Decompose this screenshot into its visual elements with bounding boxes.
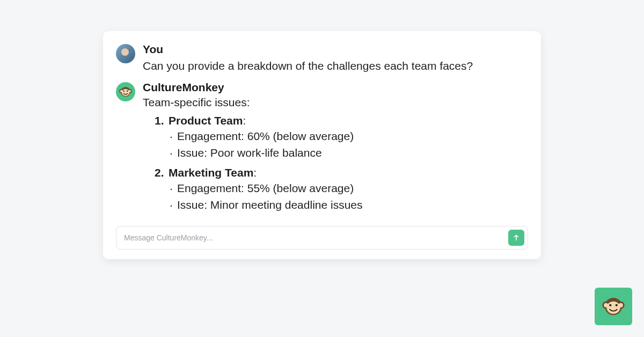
chat-input-container: [116, 226, 528, 250]
bot-message-body: CultureMonkey Team-specific issues: 1. P…: [143, 81, 528, 218]
user-avatar: [116, 44, 135, 63]
team-name: Marketing Team: [169, 166, 253, 179]
svg-point-13: [619, 303, 623, 307]
team-number: 1.: [155, 114, 169, 127]
team-heading: 1. Product Team:: [155, 114, 528, 127]
user-message-body: You Can you provide a breakdown of the c…: [143, 43, 528, 74]
bullet-item: ·Engagement: 55% (below average): [170, 180, 528, 196]
list-item: 2. Marketing Team: ·Engagement: 55% (bel…: [155, 166, 528, 213]
bullet-text: Issue: Minor meeting deadline issues: [177, 199, 363, 211]
svg-point-7: [127, 91, 128, 92]
bullet-item: ·Issue: Minor meeting deadline issues: [170, 197, 528, 213]
bullet-text: Issue: Poor work-life balance: [177, 146, 322, 159]
arrow-up-icon: [513, 234, 520, 241]
bullet-item: ·Engagement: 60% (below average): [170, 128, 528, 144]
svg-point-6: [123, 91, 125, 92]
monkey-icon: [119, 85, 133, 99]
team-name: Product Team: [169, 114, 243, 127]
bot-avatar: [116, 82, 135, 101]
bullet-text: Engagement: 55% (below average): [177, 182, 354, 194]
svg-point-11: [606, 302, 620, 314]
team-heading: 2. Marketing Team:: [155, 166, 528, 179]
bullet-item: ·Issue: Poor work-life balance: [170, 145, 528, 161]
svg-point-3: [122, 89, 129, 96]
svg-point-5: [129, 90, 131, 93]
user-message-text: Can you provide a breakdown of the chall…: [143, 58, 528, 74]
team-bullets: ·Engagement: 55% (below average) ·Issue:…: [155, 180, 528, 213]
svg-point-4: [120, 90, 123, 93]
list-item: 1. Product Team: ·Engagement: 60% (below…: [155, 114, 528, 161]
user-message: You Can you provide a breakdown of the c…: [116, 43, 528, 74]
monkey-icon: [601, 294, 626, 319]
chat-input[interactable]: [116, 226, 528, 250]
chat-card: You Can you provide a breakdown of the c…: [103, 31, 541, 259]
team-number: 2.: [155, 166, 169, 179]
team-bullets: ·Engagement: 60% (below average) ·Issue:…: [155, 128, 528, 161]
user-author-label: You: [143, 43, 528, 56]
svg-point-15: [616, 304, 618, 306]
bot-response-heading: Team-specific issues:: [143, 96, 528, 109]
bot-message: CultureMonkey Team-specific issues: 1. P…: [116, 81, 528, 218]
team-list: 1. Product Team: ·Engagement: 60% (below…: [143, 114, 528, 213]
bot-author-label: CultureMonkey: [143, 81, 528, 94]
chat-launcher-button[interactable]: [595, 288, 632, 325]
svg-point-12: [604, 303, 608, 307]
svg-point-14: [609, 304, 611, 306]
send-button[interactable]: [508, 230, 524, 246]
bullet-text: Engagement: 60% (below average): [177, 130, 354, 142]
